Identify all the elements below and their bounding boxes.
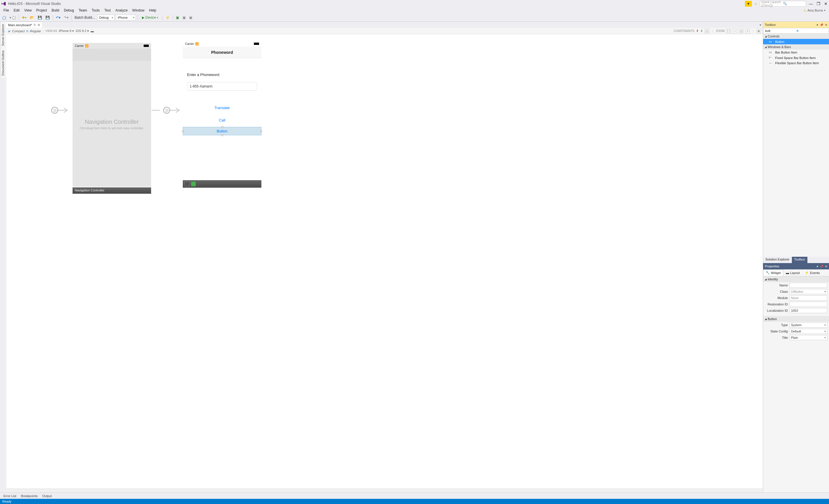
pin-icon[interactable]: 📌	[820, 23, 823, 27]
size-class-h[interactable]: Regular	[30, 29, 41, 33]
navigation-bar-title[interactable]: Phoneword	[183, 47, 261, 58]
root-view-segue[interactable]: ▢	[152, 107, 182, 114]
scene-dock[interactable]	[183, 180, 261, 188]
storyboard-canvas[interactable]: ▢ Carrier 📶 Navigation Controller Ctrl+d…	[6, 34, 763, 489]
menu-debug[interactable]: Debug	[62, 8, 76, 13]
menu-build[interactable]: Build	[49, 8, 62, 13]
clear-search-icon[interactable]: ✕	[796, 29, 827, 33]
phoneword-textfield[interactable]: 1-855-Xamarin	[187, 82, 257, 91]
new-button-selected[interactable]: Button	[183, 127, 261, 135]
phoneword-view-controller[interactable]: Carrier 📶 Phoneword Enter a Phoneword: 1…	[183, 41, 261, 188]
tool-icon-3[interactable]: ▣	[181, 15, 187, 20]
redo-button[interactable]: ↷▾	[63, 15, 70, 20]
toolbox-header[interactable]: Toolbox ▾📌✕	[763, 22, 829, 28]
run-device-button[interactable]: ▶Device▾	[140, 15, 160, 20]
constraint-frame-icon[interactable]: ▢	[705, 29, 709, 33]
config-combo[interactable]: Debug	[97, 15, 115, 21]
zoom-actual-icon[interactable]: ▢	[739, 29, 744, 33]
platform-combo[interactable]: iPhone	[116, 15, 136, 21]
toolbox-group-controls[interactable]: Controls	[763, 34, 829, 39]
nav-back-button[interactable]: ◯	[1, 15, 7, 20]
events-tab[interactable]: ⚡Events	[802, 269, 822, 276]
panel-menu-icon[interactable]: ▾	[817, 265, 818, 268]
type-input[interactable]: System	[790, 322, 827, 328]
server-explorer-tab[interactable]: Server Explorer	[0, 22, 6, 48]
constraint-icon-1[interactable]: ⬆	[696, 29, 698, 33]
class-input[interactable]: UIButton	[790, 289, 827, 294]
menu-test[interactable]: Test	[102, 8, 113, 13]
maximize-button[interactable]: ❐	[816, 1, 820, 6]
state-input[interactable]: Default	[790, 329, 827, 334]
horizontal-scrollbar[interactable]	[6, 489, 763, 493]
menu-edit[interactable]: Edit	[11, 8, 22, 13]
zoom-out-icon[interactable]: −	[732, 29, 737, 33]
open-button[interactable]: 📂	[29, 15, 35, 20]
tab-overflow-button[interactable]: ▾	[758, 23, 763, 27]
document-tab-storyboard[interactable]: Main.storyboard* ⚲ ✕	[6, 22, 42, 28]
navigation-controller-scene[interactable]: Carrier 📶 Navigation Controller Ctrl+dra…	[73, 43, 151, 187]
layout-tab[interactable]: ▬Layout	[783, 269, 802, 276]
toolbox-item-barbutton[interactable]: ▭ Bar Button Item	[763, 49, 829, 55]
translate-button[interactable]: Translate	[187, 104, 257, 112]
close-panel-icon[interactable]: ✕	[825, 265, 827, 268]
toolbox-tab[interactable]: Toolbox	[792, 257, 807, 263]
tool-icon-2[interactable]: ▣	[175, 15, 180, 20]
feedback-icon[interactable]: ☺	[752, 1, 759, 7]
call-button[interactable]: Call	[187, 116, 257, 124]
output-tab[interactable]: Output	[40, 494, 54, 498]
notification-badge[interactable]: ▼	[745, 1, 752, 7]
document-outline-tab[interactable]: Document Outline	[0, 48, 6, 78]
error-list-tab[interactable]: Error List	[1, 494, 19, 498]
identity-section[interactable]: Identity	[763, 276, 829, 282]
zoom-in-icon[interactable]: +	[745, 29, 750, 33]
menu-analyze[interactable]: Analyze	[113, 8, 130, 13]
orientation-icon[interactable]: ▬	[91, 29, 94, 33]
batch-build-button[interactable]: Batch Build...	[73, 15, 96, 20]
title-input[interactable]: Plain	[790, 335, 827, 340]
close-button[interactable]: ✕	[824, 1, 828, 6]
module-input[interactable]: None	[790, 295, 827, 300]
zoom-fit-icon[interactable]: ⛶	[726, 29, 731, 33]
ios-select[interactable]: iOS 9.2 ▾	[76, 29, 89, 33]
solution-explorer-tab[interactable]: Solution Explorer	[763, 257, 792, 263]
button-section[interactable]: Button	[763, 316, 829, 322]
first-responder-icon[interactable]	[191, 181, 196, 186]
toolbox-item-fixedspace[interactable]: ⊢ Fixed Space Bar Button Item	[763, 55, 829, 61]
entry-point-segue[interactable]: ▢	[51, 107, 70, 114]
toolbox-group-windows[interactable]: Windows & Bars	[763, 44, 829, 49]
user-name[interactable]: Amy Burns	[807, 9, 823, 12]
panel-menu-icon[interactable]: ▾	[817, 23, 818, 27]
phoneword-label[interactable]: Enter a Phoneword:	[187, 73, 257, 77]
device-select[interactable]: iPhone 6 ▾	[59, 29, 74, 33]
close-tab-icon[interactable]: ✕	[37, 23, 40, 27]
tool-icon-1[interactable]: ⚡	[165, 15, 171, 20]
size-class-w[interactable]: Compact	[12, 29, 25, 33]
minimize-button[interactable]: —	[809, 1, 813, 6]
view-controller-icon[interactable]	[184, 181, 190, 186]
quick-launch-input[interactable]: Quick Launch (Ctrl+Q) 🔍	[760, 1, 806, 7]
widget-tab[interactable]: 🔧Widget	[763, 269, 783, 276]
constraint-icon-2[interactable]: ⬇	[700, 29, 703, 33]
close-panel-icon[interactable]: ✕	[825, 23, 827, 27]
pin-icon[interactable]: 📌	[820, 265, 823, 268]
toolbox-search-input[interactable]: butt ✕	[763, 28, 829, 34]
nav-fwd-button[interactable]: ▾ ◯	[8, 15, 17, 20]
pin-icon[interactable]: ⚲	[34, 23, 36, 27]
save-button[interactable]: 💾	[37, 15, 43, 20]
menu-view[interactable]: View	[22, 8, 34, 13]
menu-project[interactable]: Project	[34, 8, 49, 13]
menu-help[interactable]: Help	[147, 8, 158, 13]
new-button[interactable]: ✚▾	[21, 15, 28, 20]
menu-window[interactable]: Window	[130, 8, 147, 13]
toolbox-item-button[interactable]: ▭ Button	[763, 39, 829, 44]
toolbox-item-flexspace[interactable]: ↔ Flexible Space Bar Button Item	[763, 61, 829, 66]
localization-input[interactable]: 1053	[790, 308, 827, 313]
menu-file[interactable]: File	[1, 8, 11, 13]
properties-header[interactable]: Properties ▾📌✕	[763, 263, 829, 269]
save-all-button[interactable]: 💾	[44, 15, 51, 20]
undo-button[interactable]: ↶▾	[55, 15, 62, 20]
tool-icon-4[interactable]: ▣	[188, 15, 193, 20]
menu-tools[interactable]: Tools	[89, 8, 102, 13]
restoration-input[interactable]	[790, 302, 827, 307]
menu-team[interactable]: Team	[76, 8, 89, 13]
